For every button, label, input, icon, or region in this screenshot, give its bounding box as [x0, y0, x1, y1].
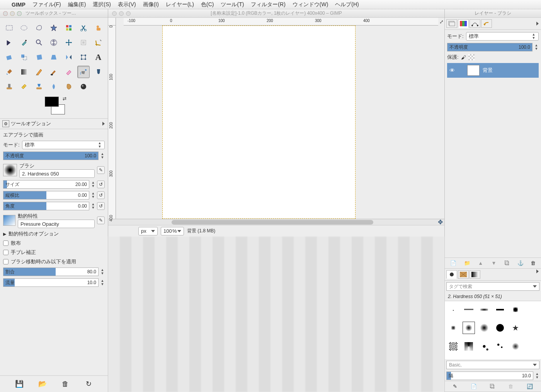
menu-color[interactable]: 色(C) — [201, 1, 214, 8]
app-name[interactable]: GIMP — [12, 2, 26, 8]
bucket-fill-tool[interactable] — [3, 66, 15, 78]
angle-reset-button[interactable]: ↺ — [97, 202, 105, 210]
brush-item[interactable] — [463, 303, 475, 316]
menu-select[interactable]: 選択(S) — [93, 1, 111, 8]
brushes-tab[interactable] — [446, 270, 457, 279]
pencil-tool[interactable] — [33, 66, 45, 78]
aspect-reset-button[interactable]: ↺ — [97, 191, 105, 199]
rate-slider[interactable]: 割合80.0 — [3, 268, 99, 276]
lock-alpha-icon[interactable] — [468, 54, 475, 60]
close-button-inactive[interactable] — [112, 11, 117, 16]
menu-image[interactable]: 画像(I) — [143, 1, 159, 8]
paintbrush-tool[interactable] — [48, 66, 60, 78]
anchor-layer-icon[interactable]: ⚓ — [517, 260, 523, 266]
layer-opacity-spinner[interactable]: ▲▼ — [534, 44, 539, 51]
flow-slider[interactable]: 流量10.0 — [3, 278, 99, 287]
delete-options-icon[interactable]: 🗑 — [61, 380, 70, 388]
duplicate-layer-icon[interactable]: ⿻ — [505, 260, 510, 266]
brush-select[interactable]: 2. Hardness 050 — [19, 169, 95, 178]
rect-select-tool[interactable] — [3, 22, 15, 34]
dynamics-edit-button[interactable]: ✎ — [97, 216, 105, 224]
minimize-button-inactive[interactable] — [119, 11, 124, 16]
layer-opacity-slider[interactable]: 不透明度100.0 — [447, 43, 532, 51]
menu-file[interactable]: ファイル(F) — [32, 1, 61, 8]
zoom-select[interactable]: 100% — [161, 227, 184, 235]
blur-tool[interactable] — [48, 80, 60, 93]
ellipse-select-tool[interactable] — [18, 22, 30, 34]
delete-brush-icon[interactable]: 🗑 — [508, 383, 513, 389]
airbrush-tool[interactable] — [77, 66, 90, 78]
heal-tool[interactable] — [18, 80, 30, 93]
new-brush-icon[interactable]: 📄 — [471, 383, 477, 389]
aspect-slider[interactable]: 縦横比0.00 — [3, 191, 89, 199]
layer-row[interactable]: 👁 背景 — [447, 63, 539, 78]
gradients-tab[interactable] — [470, 270, 480, 279]
brush-search[interactable]: タグで検索 — [446, 282, 539, 291]
brush-item[interactable] — [509, 303, 522, 316]
duplicate-brush-icon[interactable]: ⿻ — [490, 383, 495, 389]
brush-item[interactable] — [494, 303, 506, 316]
scissors-tool[interactable] — [77, 22, 90, 34]
layer-group-icon[interactable]: 📁 — [464, 260, 470, 266]
size-slider[interactable]: サイズ20.00 — [3, 180, 89, 189]
foreground-select-tool[interactable] — [92, 22, 105, 34]
dynamics-select[interactable]: Pressure Opacity — [18, 220, 95, 228]
restore-options-icon[interactable]: 📂 — [38, 380, 47, 388]
save-options-icon[interactable]: 💾 — [15, 380, 24, 388]
menu-filters[interactable]: フィルター(R) — [251, 1, 285, 8]
brush-item[interactable]: ★ — [509, 322, 522, 334]
crop-tool[interactable] — [92, 36, 105, 49]
text-tool[interactable]: A — [92, 51, 105, 63]
zoom-button-inactive[interactable] — [126, 11, 131, 16]
brush-preview[interactable] — [3, 164, 17, 176]
opacity-spinner[interactable]: ▲▼ — [100, 152, 105, 159]
menu-tools[interactable]: ツール(T) — [221, 1, 244, 8]
spacing-slider[interactable]: 隔10.0 — [446, 372, 533, 380]
spacing-spinner[interactable]: ▲▼ — [535, 372, 539, 379]
clone-tool[interactable] — [3, 80, 15, 93]
menu-edit[interactable]: 編集(E) — [68, 1, 86, 8]
swap-colors-icon[interactable]: ⇄ — [63, 96, 66, 101]
brush-item[interactable] — [494, 340, 506, 353]
reset-options-icon[interactable]: ↻ — [84, 380, 93, 388]
scale-tool[interactable] — [18, 51, 30, 63]
blend-tool[interactable] — [18, 66, 30, 78]
brush-item[interactable] — [463, 340, 475, 353]
menu-layer[interactable]: レイヤー(L) — [166, 1, 194, 8]
refresh-brushes-icon[interactable]: 🔄 — [527, 383, 533, 389]
delete-layer-icon[interactable]: 🗑 — [531, 260, 536, 266]
angle-spinner[interactable]: ▲▼ — [91, 203, 95, 210]
aspect-spinner[interactable]: ▲▼ — [91, 192, 95, 199]
brush-item[interactable] — [525, 322, 537, 334]
zoom-tool[interactable] — [33, 36, 45, 49]
undo-tab[interactable] — [481, 19, 492, 28]
fg-color[interactable] — [45, 97, 59, 107]
mode-select[interactable]: 標準▲▼ — [22, 141, 105, 149]
rate-spinner[interactable]: ▲▼ — [100, 268, 105, 275]
brush-collection-select[interactable]: Basic, — [446, 361, 539, 369]
shear-tool[interactable] — [33, 51, 45, 63]
opacity-slider[interactable]: 不透明度100.0 — [3, 152, 99, 160]
angle-slider[interactable]: 角度0.00 — [3, 202, 89, 210]
paths-tool[interactable] — [3, 36, 15, 49]
brush-menu-icon[interactable] — [536, 269, 539, 273]
layer-visibility-icon[interactable]: 👁 — [449, 67, 456, 73]
brush-item[interactable] — [447, 322, 459, 334]
brush-item[interactable]: · — [447, 303, 459, 316]
canvas[interactable] — [162, 26, 356, 219]
color-picker-tool[interactable] — [18, 36, 30, 49]
align-tool[interactable] — [77, 36, 90, 49]
lock-brush-icon[interactable]: 🖌 — [461, 55, 466, 60]
channels-tab[interactable] — [458, 19, 469, 28]
tab-menu-icon[interactable] — [102, 122, 105, 126]
move-tool[interactable] — [63, 36, 75, 49]
ink-tool[interactable] — [92, 66, 105, 78]
layer-thumbnail[interactable] — [467, 65, 480, 76]
layer-name[interactable]: 背景 — [483, 67, 493, 74]
perspective-tool[interactable] — [48, 51, 60, 63]
paths-tab[interactable] — [470, 19, 480, 28]
zoom-button-rd[interactable] — [17, 11, 22, 16]
layer-down-icon[interactable]: ▼ — [491, 260, 497, 266]
ruler-vertical[interactable]: 0 100 200 300 400 — [108, 26, 116, 219]
dynamics-options-expand[interactable]: ▶動的特性のオプション — [3, 230, 105, 237]
